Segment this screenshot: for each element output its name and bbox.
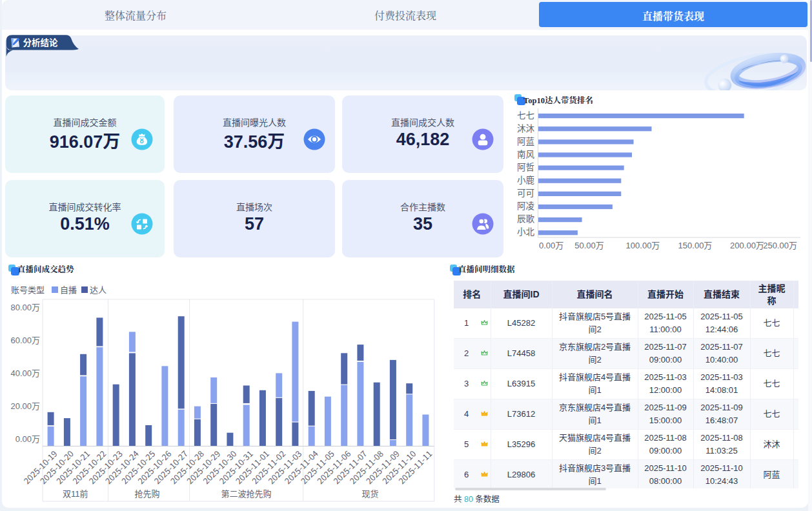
- svg-text:200.00万: 200.00万: [730, 241, 764, 250]
- svg-text:阿凌: 阿凌: [517, 201, 535, 211]
- svg-text:250.00万: 250.00万: [763, 241, 797, 250]
- svg-text:可可: 可可: [517, 188, 534, 198]
- svg-text:80.00万: 80.00万: [10, 303, 40, 312]
- svg-text:150.00万: 150.00万: [678, 241, 713, 250]
- svg-text:沐沐: 沐沐: [517, 124, 535, 134]
- svg-text:南风: 南风: [517, 150, 535, 159]
- svg-text:0.00万: 0.00万: [539, 241, 563, 250]
- svg-text:现货: 现货: [361, 489, 378, 499]
- svg-text:阿蓝: 阿蓝: [517, 137, 534, 146]
- svg-text:第二波抢先购: 第二波抢先购: [221, 489, 272, 499]
- svg-text:抢先购: 抢先购: [134, 489, 159, 499]
- svg-text:双11前: 双11前: [63, 489, 88, 499]
- svg-text:40.00万: 40.00万: [10, 368, 40, 378]
- svg-text:阿哲: 阿哲: [517, 163, 534, 172]
- svg-text:20.00万: 20.00万: [10, 401, 40, 411]
- svg-text:分析结论: 分析结论: [23, 37, 58, 48]
- svg-text:小北: 小北: [517, 227, 535, 237]
- svg-text:0.00万: 0.00万: [15, 434, 40, 444]
- svg-text:七七: 七七: [517, 111, 534, 121]
- svg-text:60.00万: 60.00万: [10, 336, 40, 345]
- svg-text:100.00万: 100.00万: [626, 241, 660, 250]
- svg-text:辰歌: 辰歌: [517, 214, 535, 224]
- svg-text:小鹿: 小鹿: [517, 175, 534, 185]
- svg-text:50.00万: 50.00万: [574, 241, 604, 250]
